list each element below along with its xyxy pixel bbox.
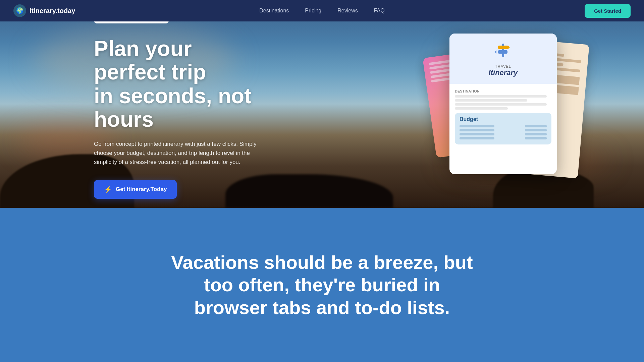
- budget-val-2: [525, 129, 547, 131]
- nav-reviews[interactable]: Reviews: [337, 8, 358, 14]
- card-header: TRAVEL Itinerary: [449, 34, 557, 84]
- section-blue-content: Vacations should be a breeze, but too of…: [171, 251, 473, 319]
- budget-row-2: [460, 129, 547, 131]
- card-budget-section: Budget: [455, 113, 551, 144]
- bolt-icon: ⚡: [104, 185, 112, 193]
- section-blue: Vacations should be a breeze, but too of…: [0, 208, 644, 362]
- hero-subtext: Go from concept to printed itinerary wit…: [94, 139, 268, 167]
- budget-val-1: [525, 125, 547, 127]
- hero-content: P FIND US ON Product Hunt ▲ 15 Plan your…: [0, 5, 268, 208]
- hero-cta-button[interactable]: ⚡ Get Itinerary.Today: [94, 180, 177, 199]
- card-section-destination: DESTINATION: [455, 89, 551, 93]
- budget-label-1: [460, 125, 494, 127]
- nav-pricing[interactable]: Pricing: [305, 8, 321, 14]
- navbar: 🌍 itinerary.today Destinations Pricing R…: [0, 0, 644, 21]
- hero-heading: Plan your perfect trip in seconds, not h…: [94, 37, 268, 131]
- section-blue-heading: Vacations should be a breeze, but too of…: [171, 251, 473, 319]
- logo-icon: 🌍: [13, 4, 26, 17]
- signpost-icon: [493, 40, 513, 60]
- hero-heading-line2: in seconds, not hours: [94, 84, 251, 131]
- budget-row-4: [460, 137, 547, 139]
- body-line-4: [455, 107, 508, 110]
- body-line-2: [455, 99, 527, 102]
- budget-val-4: [525, 137, 547, 139]
- section-heading-part1: Vacations should be a breeze, but: [171, 252, 473, 273]
- logo-link[interactable]: 🌍 itinerary.today: [13, 4, 75, 17]
- svg-rect-3: [498, 50, 507, 54]
- section-heading-part2: too often, they're buried in: [204, 274, 440, 295]
- body-line-1: [455, 95, 547, 98]
- card-main: TRAVEL Itinerary DESTINATION Budget: [449, 34, 557, 174]
- hero-cards: TRAVEL Itinerary DESTINATION Budget: [449, 34, 577, 194]
- nav-links: Destinations Pricing Reviews FAQ: [259, 8, 384, 14]
- nav-destinations[interactable]: Destinations: [259, 8, 289, 14]
- body-line-3: [455, 103, 547, 106]
- card-body: DESTINATION Budget: [449, 84, 557, 150]
- svg-rect-1: [498, 46, 508, 49]
- budget-label-4: [460, 137, 494, 139]
- section-heading-part3: browser tabs and to-do lists.: [194, 297, 450, 318]
- get-started-button[interactable]: Get Started: [585, 4, 631, 18]
- budget-label-2: [460, 129, 494, 131]
- budget-val-3: [525, 133, 547, 135]
- budget-title: Budget: [460, 116, 547, 122]
- svg-marker-4: [495, 50, 496, 54]
- hero-cta-label: Get Itinerary.Today: [116, 186, 167, 193]
- budget-row-1: [460, 125, 547, 127]
- hero-heading-line1: Plan your perfect trip: [94, 37, 206, 84]
- card-title-main: Itinerary: [456, 68, 550, 77]
- card-title-label: TRAVEL: [456, 64, 550, 68]
- svg-marker-2: [508, 46, 510, 49]
- logo-text: itinerary.today: [30, 7, 75, 15]
- nav-faq[interactable]: FAQ: [374, 8, 385, 14]
- hero-section: P FIND US ON Product Hunt ▲ 15 Plan your…: [0, 0, 644, 208]
- budget-row-3: [460, 133, 547, 135]
- budget-label-3: [460, 133, 494, 135]
